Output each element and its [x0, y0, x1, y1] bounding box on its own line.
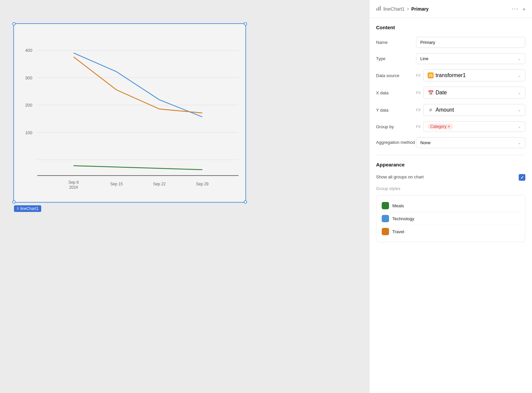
field-row-type: Type Line ⌄ [376, 53, 525, 64]
ydata-select[interactable]: # Amount ⌄ [423, 104, 525, 116]
field-row-ydata: Y data FX # Amount ⌄ [376, 104, 525, 116]
more-options-button[interactable]: ··· [512, 5, 519, 12]
hash-icon: # [428, 107, 434, 113]
handle-bl[interactable] [12, 200, 16, 204]
datasource-chevron-icon: ⌄ [518, 73, 521, 78]
ydata-fx-badge: FX [416, 108, 421, 112]
field-value-aggregation: None ⌄ [416, 137, 525, 148]
canvas-area: 400 300 200 100 Sep 8 2024 Sep 15 Sep 22… [0, 0, 369, 393]
svg-text:400: 400 [25, 48, 33, 53]
svg-rect-17 [378, 7, 379, 11]
field-label-type: Type [376, 56, 416, 61]
meals-color-swatch [382, 202, 389, 209]
meals-label: Meals [392, 203, 404, 208]
field-row-xdata: X data FX 📅 Date ⌄ [376, 87, 525, 99]
travel-label: Travel [392, 229, 404, 234]
ydata-value: Amount [436, 107, 454, 113]
handle-tl[interactable] [12, 22, 16, 26]
field-row-name: Name [376, 37, 525, 48]
ydata-chevron-icon: ⌄ [518, 108, 521, 112]
field-label-ydata: Y data [376, 108, 416, 113]
aggregation-value: None [420, 140, 431, 145]
field-label-aggregation: Aggregation method [376, 137, 416, 145]
groupby-fx-badge: FX [416, 125, 421, 129]
right-panel: lineChart1 > Primary ··· » Content Name … [369, 0, 532, 393]
appearance-section: Appearance Show all groups on chart Grou… [376, 162, 525, 242]
group-styles-label: Group styles [376, 186, 525, 191]
svg-text:Sep 15: Sep 15 [110, 182, 123, 186]
chart-widget[interactable]: 400 300 200 100 Sep 8 2024 Sep 15 Sep 22… [13, 23, 246, 203]
svg-rect-18 [380, 6, 381, 11]
xdata-select[interactable]: 📅 Date ⌄ [423, 87, 525, 99]
show-all-groups-label: Show all groups on chart [376, 174, 513, 180]
breadcrumb-separator: > [407, 6, 409, 12]
svg-text:Sep 22: Sep 22 [153, 182, 166, 186]
group-style-technology[interactable]: Technology [382, 212, 520, 225]
panel-body: Content Name Type Line ⌄ Data source FX [369, 18, 532, 393]
handle-br[interactable] [244, 200, 247, 204]
datasource-value: transformer1 [436, 72, 466, 78]
field-value-type: Line ⌄ [416, 53, 525, 64]
collapse-panel-button[interactable]: » [523, 6, 525, 12]
panel-header: lineChart1 > Primary ··· » [369, 0, 532, 18]
category-tag-remove[interactable]: × [448, 124, 450, 129]
breadcrumb: lineChart1 > Primary [376, 6, 429, 12]
group-styles-box: Meals Technology Travel [376, 195, 525, 242]
type-chevron-icon: ⌄ [518, 56, 521, 61]
breadcrumb-parent: lineChart1 [383, 6, 405, 12]
show-all-groups-row: Show all groups on chart [376, 174, 525, 181]
group-style-meals[interactable]: Meals [382, 199, 520, 212]
groupby-select[interactable]: Category × ⌄ [423, 121, 525, 132]
breadcrumb-current: Primary [411, 6, 429, 12]
show-all-groups-checkbox[interactable] [519, 174, 525, 181]
aggregation-select[interactable]: None ⌄ [416, 137, 525, 148]
xdata-fx-badge: FX [416, 91, 421, 95]
field-row-groupby: Group by FX Category × ⌄ [376, 121, 525, 132]
field-value-datasource: FX JS transformer1 ⌄ [416, 69, 525, 81]
svg-text:Sep 8: Sep 8 [68, 180, 79, 185]
type-select-value: Line [420, 56, 429, 61]
appearance-section-title: Appearance [376, 162, 525, 167]
field-row-datasource: Data source FX JS transformer1 ⌄ [376, 69, 525, 81]
js-icon: JS [428, 72, 434, 78]
xdata-chevron-icon: ⌄ [518, 90, 521, 95]
field-label-datasource: Data source [376, 73, 416, 78]
content-section-title: Content [376, 25, 525, 30]
chart-svg: 400 300 200 100 Sep 8 2024 Sep 15 Sep 22… [14, 24, 245, 202]
field-value-name [416, 37, 525, 48]
category-tag: Category × [428, 124, 453, 130]
field-value-ydata: FX # Amount ⌄ [416, 104, 525, 116]
field-label-name: Name [376, 40, 416, 45]
name-input[interactable] [416, 37, 525, 48]
xdata-value: Date [436, 90, 447, 96]
groupby-chevron-icon: ⌄ [518, 124, 521, 129]
section-divider [376, 155, 525, 155]
technology-color-swatch [382, 215, 389, 222]
field-value-xdata: FX 📅 Date ⌄ [416, 87, 525, 99]
svg-text:200: 200 [25, 103, 33, 108]
chart-icon [376, 6, 381, 12]
chart-label[interactable]: ⠿ lineChart1 [14, 205, 41, 212]
aggregation-chevron-icon: ⌄ [518, 141, 521, 145]
svg-rect-16 [376, 8, 377, 11]
field-label-groupby: Group by [376, 124, 416, 129]
svg-text:300: 300 [25, 75, 33, 80]
svg-text:Sep 29: Sep 29 [196, 182, 208, 186]
header-actions: ··· » [512, 5, 525, 12]
svg-text:2024: 2024 [69, 185, 78, 190]
group-style-travel[interactable]: Travel [382, 225, 520, 238]
calendar-icon: 📅 [428, 90, 434, 96]
datasource-select[interactable]: JS transformer1 ⌄ [423, 69, 525, 81]
type-select[interactable]: Line ⌄ [416, 53, 525, 64]
field-value-groupby: FX Category × ⌄ [416, 121, 525, 132]
handle-tr[interactable] [244, 22, 247, 26]
field-row-aggregation: Aggregation method None ⌄ [376, 137, 525, 148]
category-tag-label: Category [430, 124, 447, 129]
travel-color-swatch [382, 228, 389, 235]
technology-label: Technology [392, 216, 414, 221]
datasource-fx-badge: FX [416, 73, 421, 77]
svg-text:100: 100 [25, 130, 33, 135]
svg-rect-0 [14, 24, 245, 202]
field-label-xdata: X data [376, 90, 416, 95]
